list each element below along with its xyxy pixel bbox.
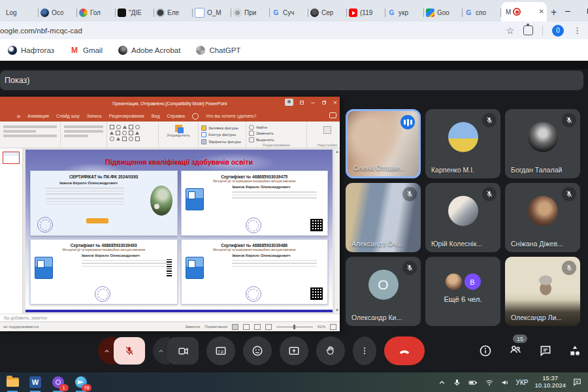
captions-button[interactable]	[206, 336, 235, 365]
taskbar-word[interactable]: W	[29, 376, 42, 389]
ribbon-tab-help[interactable]: Справка	[167, 114, 185, 118]
browser-tab[interactable]: Gукр	[385, 4, 424, 22]
taskbar-telegram[interactable]: 78	[74, 376, 88, 389]
active-tab-meet[interactable]: М ✕	[501, 2, 547, 22]
bookmark-chatgpt[interactable]: ChatGPT	[196, 46, 240, 55]
participant-tile[interactable]: Сніжана Діжев...	[505, 183, 580, 252]
ribbon-tab[interactable]: ы	[17, 114, 20, 118]
shape-fill-button[interactable]: Заливка фигуры	[201, 125, 243, 131]
bookmark-naftogaz[interactable]: Нафтогаз	[8, 46, 54, 55]
volume-icon[interactable]	[500, 378, 510, 387]
tab-close-icon[interactable]: ✕	[538, 8, 545, 16]
more-options-button[interactable]	[353, 336, 376, 365]
certificate-qr-code	[310, 219, 323, 231]
ppt-close-icon[interactable]	[333, 100, 338, 105]
overflow-tile[interactable]: В Ещё 6 чел.	[425, 257, 500, 326]
bookmark-gmail[interactable]: MGmail	[70, 46, 103, 55]
taskbar-clock[interactable]: 15:37 10.10.2024	[534, 375, 566, 389]
ppt-comment-icon[interactable]	[329, 112, 336, 118]
ribbon-tab-view[interactable]: Вид	[152, 114, 160, 118]
participant-tile[interactable]: Карпенко М.І.	[425, 109, 500, 178]
language-indicator[interactable]: УКР	[516, 379, 529, 386]
select-button[interactable]: Выделить	[249, 137, 304, 142]
browser-tab[interactable]: Гол	[77, 4, 116, 22]
action-center-icon[interactable]	[572, 378, 582, 387]
browser-tab[interactable]: Log	[0, 4, 39, 22]
taskbar-viber[interactable]: 1	[52, 376, 65, 389]
participant-tile[interactable]: О Олександр Ки...	[346, 257, 421, 326]
notes-toggle[interactable]: Заметки	[185, 325, 200, 329]
ppt-notes-area[interactable]: бы добавить, заметки	[0, 314, 340, 321]
ribbon-tab-review[interactable]: Рецензирование	[109, 114, 144, 118]
browser-tab[interactable]: О_М	[193, 4, 231, 22]
addins-icon[interactable]	[323, 126, 331, 134]
raise-hand-button[interactable]	[316, 336, 345, 365]
hidden-icons-chevron[interactable]	[438, 378, 446, 387]
mic-muted-button[interactable]	[114, 337, 145, 365]
mic-options-chevron[interactable]	[98, 337, 116, 365]
battery-icon[interactable]	[468, 378, 478, 387]
slideshow-icon[interactable]	[265, 324, 272, 330]
reading-view-icon[interactable]	[254, 324, 261, 330]
minimize-button[interactable]	[557, 0, 579, 22]
meeting-details-icon[interactable]	[479, 344, 492, 357]
browser-menu-icon[interactable]: ⋮	[573, 25, 581, 35]
replace-button[interactable]: Заменить	[249, 131, 304, 136]
present-button[interactable]	[280, 336, 308, 365]
shape-outline-button[interactable]: Контур фигуры	[201, 132, 243, 137]
ppt-scrollbar[interactable]	[334, 148, 340, 314]
ppt-minimize-icon[interactable]	[310, 100, 316, 105]
slide-thumbnail-panel[interactable]	[0, 148, 23, 314]
browser-tab[interactable]: GСуч	[270, 4, 308, 22]
extensions-icon[interactable]	[523, 25, 533, 35]
participant-tile[interactable]: Богдан Талалай	[505, 109, 580, 178]
ppt-ribbon-options-icon[interactable]	[299, 100, 304, 105]
url-text[interactable]: oogle.com/nbf-mcqc-cad	[0, 27, 82, 35]
slide-thumbnail[interactable]	[3, 152, 20, 164]
bookmark-adobe[interactable]: Adobe Acrobat	[118, 46, 180, 55]
end-call-button[interactable]	[384, 336, 425, 365]
tray-mic-icon[interactable]	[453, 378, 461, 387]
certificate-text-lines	[46, 188, 125, 196]
browser-tab[interactable]: Осо	[39, 4, 77, 22]
shape-effects-button[interactable]: Эффекты фигуры	[201, 139, 243, 144]
browser-tab[interactable]: Goo	[424, 4, 463, 22]
reactions-button[interactable]	[243, 336, 272, 365]
find-button[interactable]: Найти	[249, 125, 304, 130]
browser-tab[interactable]: При	[231, 4, 270, 22]
normal-view-icon[interactable]	[232, 324, 238, 330]
participant-tile-speaking[interactable]: Олена Отраве...	[346, 109, 421, 178]
ribbon-tab-slideshow[interactable]: Слайд шоу	[56, 114, 80, 118]
browser-tab[interactable]: (119	[347, 4, 385, 22]
meet-favicon	[426, 8, 434, 17]
ribbon-arrange-button[interactable]: Упорядочить	[159, 122, 199, 148]
tell-me-box[interactable]: Что вы хотите сделать?	[206, 114, 256, 118]
ribbon-tab-animation[interactable]: Анимация	[27, 114, 49, 118]
comments-toggle[interactable]: Примечания	[204, 325, 227, 329]
ppt-restore-icon[interactable]	[321, 100, 327, 105]
profile-avatar[interactable]: 0	[552, 25, 564, 37]
slide-sorter-icon[interactable]	[243, 324, 250, 330]
ribbon-shapes-gallery[interactable]	[107, 122, 159, 148]
camera-button[interactable]	[167, 337, 199, 365]
participant-tile-video[interactable]: Александр Оч...	[346, 183, 421, 252]
ppt-account-icon[interactable]	[285, 99, 293, 106]
browser-tab[interactable]: Gспо	[463, 4, 501, 22]
zoom-level[interactable]: 61%	[318, 325, 325, 329]
new-tab-button[interactable]: +	[551, 5, 557, 20]
ribbon-tab-record[interactable]: Запись	[87, 114, 102, 118]
browser-tab[interactable]: "ДІЕ	[116, 4, 154, 22]
maximize-button[interactable]	[579, 0, 588, 22]
taskbar-file-explorer[interactable]	[6, 376, 19, 389]
zoom-slider[interactable]	[276, 327, 313, 327]
chat-panel-icon[interactable]	[539, 344, 552, 357]
wifi-icon[interactable]	[485, 378, 494, 387]
participant-tile-video[interactable]: Олександр Ли...	[505, 257, 580, 326]
browser-tab[interactable]: Еле	[154, 4, 193, 22]
fit-slide-icon[interactable]	[330, 324, 336, 330]
bookmark-star-icon[interactable]: ☆	[506, 25, 514, 36]
activities-icon[interactable]	[568, 344, 581, 357]
browser-tab[interactable]: Сер	[308, 4, 347, 22]
participant-tile[interactable]: Юрій Колеснік...	[425, 183, 500, 252]
people-panel-icon[interactable]	[508, 343, 523, 356]
